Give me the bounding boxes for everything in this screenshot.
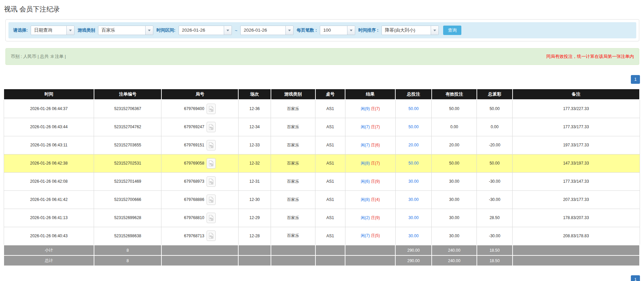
cell-result: 闲(8) 庄(7) [345, 154, 395, 172]
total-row-cell-2 [161, 255, 238, 266]
chevron-down-icon[interactable] [285, 26, 293, 35]
table-row: 2026-01-26 06:41:13523152699628679768810… [4, 209, 640, 227]
table-row: 2026-01-26 06:43:44523152704762679769247… [4, 118, 640, 136]
total-bet-link[interactable]: 30.00 [408, 234, 419, 238]
table-row: 2026-01-26 06:44:37523152706367679769400… [4, 100, 640, 118]
cell-total-bet: 50.00 [395, 100, 432, 118]
video-file-icon[interactable] [207, 213, 216, 223]
video-file-icon[interactable] [207, 104, 216, 114]
video-file-icon[interactable] [207, 140, 216, 150]
table-row: 2026-01-26 06:41:42523152700666679768886… [4, 190, 640, 209]
cell-total-bet: 50.00 [395, 154, 432, 172]
page-title: 视讯 会员下注纪录 [4, 5, 640, 14]
pagination-top: 1 [3, 75, 640, 84]
total-row-cell-5 [315, 255, 345, 266]
cell-valid-bet: 30.00 [432, 190, 477, 209]
page-size-select[interactable]: 100 [320, 26, 355, 35]
page-1-button[interactable]: 1 [631, 75, 640, 84]
column-header: 有效投注 [432, 89, 477, 100]
column-header: 桌号 [315, 89, 345, 100]
video-file-icon[interactable] [207, 122, 216, 132]
page-1-button[interactable]: 1 [631, 275, 640, 281]
cell-table-no: AS1 [315, 100, 345, 118]
cell-note: 197.33/177.33 [513, 136, 640, 154]
total-bet-link[interactable]: 50.00 [408, 161, 419, 166]
video-file-icon[interactable] [207, 195, 216, 205]
subtotal-row-cell-4 [271, 245, 315, 255]
total-row-cell-8: 240.00 [432, 255, 477, 266]
cell-valid-bet: 30.00 [432, 209, 477, 227]
search-button[interactable]: 查询 [443, 26, 461, 35]
chevron-down-icon[interactable] [224, 26, 232, 35]
cell-session: 12-30 [238, 190, 271, 209]
total-bet-link[interactable]: 30.00 [408, 215, 419, 220]
table-row: 2026-01-26 06:40:43523152698638679768713… [4, 227, 640, 245]
cell-game-type: 百家乐 [271, 154, 315, 172]
subtotal-row-cell-3 [238, 245, 271, 255]
query-type-value: 日期查询 [31, 26, 66, 35]
chevron-down-icon[interactable] [145, 26, 153, 35]
result-banker: 庄(7) [371, 161, 380, 166]
currency-total-text: 币别 : 人民币 | 总共 :8 注单 | [11, 54, 66, 60]
cell-result: 闲(9) 庄(7) [345, 100, 395, 118]
cell-note: 177.33/147.33 [513, 172, 640, 190]
video-file-icon[interactable] [207, 231, 216, 241]
cell-total-bet: 30.00 [395, 209, 432, 227]
result-player: 闲(7) [361, 143, 370, 147]
total-row-cell-4 [271, 255, 315, 266]
cell-valid-bet: 30.00 [432, 227, 477, 245]
cell-time: 2026-01-26 06:43:44 [4, 118, 94, 136]
total-bet-link[interactable]: 20.00 [408, 143, 419, 147]
table-row: 2026-01-26 06:43:11523152703655679769151… [4, 136, 640, 154]
total-bet-link[interactable]: 50.00 [408, 125, 419, 129]
chevron-down-icon[interactable] [347, 26, 355, 35]
round-number: 679768973 [184, 179, 204, 184]
cell-game-type: 百家乐 [271, 209, 315, 227]
date-range-tilde: ~ [235, 28, 238, 33]
cell-table-no: AS1 [315, 118, 345, 136]
column-header: 游戏类别 [271, 89, 315, 100]
result-player: 闲(7) [361, 233, 370, 238]
cell-total-bet: 20.00 [395, 136, 432, 154]
date-to-value: 2026-01-26 [241, 26, 285, 35]
total-bet-link[interactable]: 30.00 [408, 197, 419, 202]
chevron-down-icon[interactable] [431, 26, 438, 35]
cell-session: 12-36 [238, 100, 271, 118]
cell-round-id: 679768713 [161, 227, 238, 245]
video-file-icon[interactable] [207, 176, 216, 187]
cell-note: 178.83/207.33 [513, 209, 640, 227]
round-number: 679769151 [184, 143, 204, 147]
cell-note: 207.33/177.33 [513, 190, 640, 209]
result-banker: 庄(7) [371, 106, 380, 111]
total-bet-link[interactable]: 50.00 [408, 106, 419, 111]
cell-time: 2026-01-26 06:42:08 [4, 172, 94, 190]
total-bet-link[interactable]: 30.00 [408, 179, 419, 184]
page-content: 视讯 会员下注纪录 请选择: 日期查询 游戏类别 百家乐 时间区间: 2026-… [0, 0, 644, 281]
cell-valid-bet: 30.00 [432, 172, 477, 190]
column-header: 总投注 [395, 89, 432, 100]
date-to-input[interactable]: 2026-01-26 [240, 26, 294, 35]
cell-round-id: 679769247 [161, 118, 238, 136]
result-banker: 庄(6) [371, 143, 380, 147]
video-file-icon[interactable] [207, 158, 216, 169]
cell-round-id: 679768886 [161, 190, 238, 209]
cell-round-id: 679769151 [161, 136, 238, 154]
cell-note: 177.33/177.33 [513, 118, 640, 136]
result-player: 闲(8) [361, 197, 370, 202]
cell-bet-id: 523152698638 [94, 227, 161, 245]
cell-session: 12-33 [238, 136, 271, 154]
column-header: 结果 [345, 89, 395, 100]
game-type-select[interactable]: 百家乐 [98, 26, 153, 35]
round-number: 679769400 [184, 106, 204, 111]
total-row-cell-0: 总计 [4, 255, 94, 266]
subtotal-row-cell-9: 18.50 [477, 245, 513, 255]
total-row-cell-6 [345, 255, 395, 266]
result-banker: 庄(5) [371, 233, 380, 238]
column-header: 局号 [161, 89, 238, 100]
query-type-select[interactable]: 日期查询 [31, 26, 74, 35]
sort-order-select[interactable]: 降幂(由大到小) [381, 26, 439, 35]
chevron-down-icon[interactable] [66, 26, 74, 35]
date-from-input[interactable]: 2026-01-26 [179, 26, 232, 35]
column-header: 总派彩 [477, 89, 513, 100]
table-row: 2026-01-26 06:42:08523152701469679768973… [4, 172, 640, 190]
